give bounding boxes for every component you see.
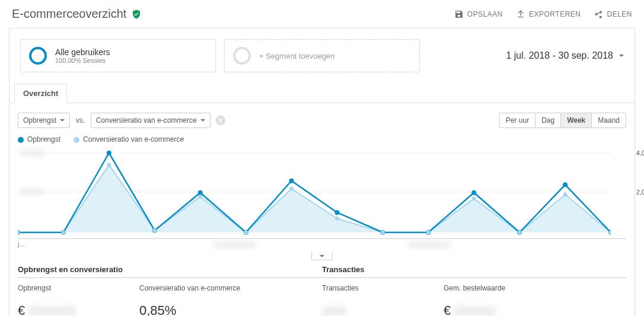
segment-title: Alle gebruikers xyxy=(55,47,110,57)
legend-primary: Opbrengst xyxy=(18,135,60,143)
segment-text: Alle gebruikers 100,00% Sessies xyxy=(55,47,110,64)
dot-icon xyxy=(74,137,79,143)
summary-right-title: Transacties xyxy=(322,265,626,278)
export-label: EXPORTEREN xyxy=(529,10,581,18)
page-title: E-commerceoverzicht xyxy=(12,7,126,21)
chart-svg xyxy=(18,149,611,238)
header-actions: OPSLAAN EXPORTEREN DELEN xyxy=(454,9,632,19)
main-panel: Alle gebruikers 100,00% Sessies + Segmen… xyxy=(9,28,635,316)
header-left: E-commerceoverzicht xyxy=(12,7,142,21)
svg-point-22 xyxy=(244,231,248,235)
card-value: € xyxy=(444,303,559,316)
share-label: DELEN xyxy=(607,10,632,18)
blurred-label xyxy=(20,188,44,195)
svg-point-10 xyxy=(334,210,339,215)
svg-point-21 xyxy=(198,194,202,199)
summary-right: Transacties Transacties Gem. bestelwaard… xyxy=(322,265,626,316)
save-label: OPSLAAN xyxy=(467,10,503,18)
granularity-day[interactable]: Dag xyxy=(535,113,560,127)
tabs: Overzicht xyxy=(9,83,635,103)
blurred-value xyxy=(454,306,496,316)
svg-point-13 xyxy=(471,190,476,195)
card-label: Opbrengst xyxy=(18,284,133,301)
svg-point-23 xyxy=(289,187,294,191)
secondary-metric-label: Conversieratio van e-commerce xyxy=(96,116,197,125)
caret-down-icon xyxy=(200,119,205,122)
metric-controls: Opbrengst vs. Conversieratio van e-comme… xyxy=(9,103,635,134)
card-conversion[interactable]: Conversieratio van e-commerce 0,85% xyxy=(139,284,255,316)
secondary-metric-dropdown[interactable]: Conversieratio van e-commerce xyxy=(91,113,211,128)
blurred-label xyxy=(213,241,255,248)
svg-point-18 xyxy=(61,231,65,235)
tab-overview[interactable]: Overzicht xyxy=(14,84,67,103)
y-axis-top: 4,00% xyxy=(636,149,644,157)
svg-point-15 xyxy=(563,183,568,187)
vs-label: vs. xyxy=(76,116,85,125)
page-header: E-commerceoverzicht OPSLAAN EXPORTEREN D… xyxy=(0,0,644,28)
save-button[interactable]: OPSLAAN xyxy=(454,9,503,19)
card-aov[interactable]: Gem. bestelwaarde € xyxy=(444,284,559,316)
add-segment-label: + Segment toevoegen xyxy=(259,52,335,60)
summary-left-title: Opbrengst en conversieratio xyxy=(18,265,322,278)
caret-down-icon xyxy=(619,55,624,57)
svg-point-29 xyxy=(563,193,568,197)
caret-down-icon xyxy=(60,119,65,122)
svg-point-24 xyxy=(335,216,339,221)
primary-metric-label: Opbrengst xyxy=(23,116,56,125)
summary-left: Opbrengst en conversieratio Opbrengst € … xyxy=(18,265,322,316)
export-button[interactable]: EXPORTEREN xyxy=(516,9,581,19)
segment-all-users[interactable]: Alle gebruikers 100,00% Sessies xyxy=(20,39,216,72)
svg-point-25 xyxy=(381,231,385,235)
date-range-picker[interactable]: 1 jul. 2018 - 30 sep. 2018 xyxy=(506,50,624,61)
svg-point-9 xyxy=(289,178,294,183)
chart-legend: Opbrengst Conversieratio van e-commerce xyxy=(9,134,635,149)
svg-marker-2 xyxy=(18,165,611,232)
date-range-text: 1 jul. 2018 - 30 sep. 2018 xyxy=(506,50,613,61)
svg-point-28 xyxy=(518,231,522,235)
y-axis-mid: 2,00% xyxy=(636,189,644,196)
share-button[interactable]: DELEN xyxy=(594,9,632,19)
card-value: 0,85% xyxy=(139,303,255,316)
legend-secondary: Conversieratio van e-commerce xyxy=(74,135,184,143)
dot-icon xyxy=(18,137,24,143)
svg-point-27 xyxy=(472,197,476,201)
main-chart: 4,00% 2,00% xyxy=(18,149,626,238)
card-revenue[interactable]: Opbrengst € xyxy=(18,284,133,316)
blurred-label xyxy=(409,241,451,248)
card-label: Conversieratio van e-commerce xyxy=(139,284,255,301)
svg-point-7 xyxy=(198,190,203,195)
card-value: € xyxy=(18,303,133,316)
segment-subtitle: 100,00% Sessies xyxy=(55,57,110,64)
blurred-value xyxy=(322,306,346,316)
metric-selectors: Opbrengst vs. Conversieratio van e-comme… xyxy=(18,113,225,128)
segment-left: Alle gebruikers 100,00% Sessies + Segmen… xyxy=(20,39,420,72)
blurred-label xyxy=(20,149,44,157)
svg-point-5 xyxy=(107,151,111,155)
granularity-hour[interactable]: Per uur xyxy=(500,113,535,127)
segment-ring-icon xyxy=(29,47,47,65)
remove-secondary-metric-button[interactable] xyxy=(216,116,225,125)
svg-point-19 xyxy=(107,163,111,167)
blurred-value xyxy=(28,306,76,316)
shield-verified-icon xyxy=(131,9,142,20)
card-value xyxy=(322,303,438,316)
add-segment-button[interactable]: + Segment toevoegen xyxy=(224,39,420,72)
granularity-week[interactable]: Week xyxy=(560,113,591,127)
svg-point-20 xyxy=(152,228,157,232)
segment-ring-empty-icon xyxy=(233,47,251,65)
card-transactions[interactable]: Transacties xyxy=(322,284,438,316)
granularity-month[interactable]: Maand xyxy=(591,113,626,127)
card-label: Gem. bestelwaarde xyxy=(444,284,559,301)
svg-point-26 xyxy=(426,231,431,235)
granularity-toggle: Per uur Dag Week Maand xyxy=(499,113,626,128)
caret-down-icon xyxy=(320,255,324,257)
x-first-label: j… xyxy=(18,241,25,248)
expand-chart-button[interactable] xyxy=(311,252,333,260)
primary-metric-dropdown[interactable]: Opbrengst xyxy=(18,113,70,128)
summary-section: Opbrengst en conversieratio Opbrengst € … xyxy=(9,265,635,316)
card-label: Transacties xyxy=(322,284,438,301)
segment-row: Alle gebruikers 100,00% Sessies + Segmen… xyxy=(9,28,635,83)
x-axis: j… xyxy=(18,238,626,253)
